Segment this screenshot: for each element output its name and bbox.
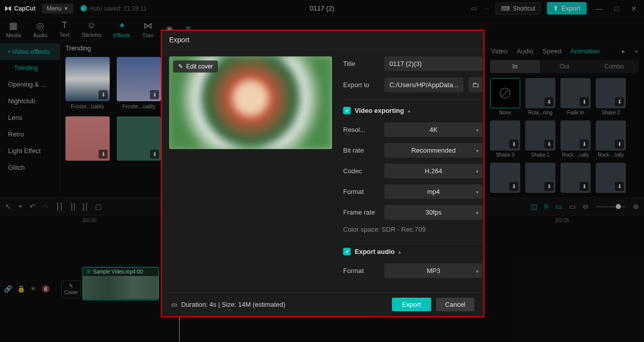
chevron-down-icon: ▾ [476,268,478,273]
cover-preview: ✎ Edit cover [169,56,332,149]
codec-label: Codec [343,167,379,175]
edit-cover-button[interactable]: ✎ Edit cover [173,60,218,73]
bitrate-select[interactable]: Recommended▾ [384,143,482,158]
exportto-label: Export to [343,81,379,89]
audioformat-select[interactable]: MP3▾ [384,263,482,278]
colorspace-text: Color space: SDR - Rec.709 [343,226,482,233]
pencil-icon: ✎ [178,63,183,70]
modal-footer: ▭ Duration: 4s | Size: 14M (estimated) E… [162,292,484,316]
checkbox-on-icon[interactable]: ✓ [343,107,351,114]
framerate-label: Frame rate [343,209,379,216]
resolution-label: Resol... [343,126,379,133]
export-confirm-button[interactable]: Export [392,298,431,311]
modal-body: ✎ Edit cover Title Export to C:/Users/HP… [162,49,484,292]
export-modal: Export ✎ Edit cover Title Export to C:/U… [161,30,485,317]
chevron-down-icon: ▾ [476,168,478,174]
chevron-down-icon: ▾ [476,210,478,215]
title-input[interactable] [384,56,482,71]
divider [343,99,482,100]
folder-icon: 🗀 [472,81,479,89]
audioformat-label: Format [343,267,379,275]
framerate-select[interactable]: 30fps▾ [384,205,482,220]
video-section-header[interactable]: ✓ Video exporting ▴ [343,107,482,114]
export-form: Title Export to C:/Users/HP/AppData... 🗀… [343,56,484,292]
chevron-down-icon: ▾ [476,148,478,153]
divider [343,240,482,241]
audio-section-header[interactable]: ✓ Export audio ▴ [343,248,482,255]
chevron-down-icon: ▾ [476,189,478,194]
modal-title: Export [162,31,484,49]
title-label: Title [343,60,379,67]
checkbox-on-icon[interactable]: ✓ [343,248,351,255]
exportto-path: C:/Users/HP/AppData... [384,78,463,92]
format-label: Format [343,188,379,195]
format-select[interactable]: mp4▾ [384,184,482,199]
browse-folder-button[interactable]: 🗀 [468,77,482,92]
cancel-button[interactable]: Cancel [436,298,474,311]
resolution-select[interactable]: 4K▾ [384,122,482,137]
codec-select[interactable]: H.264▾ [384,164,482,178]
collapse-icon: ▴ [398,249,401,254]
bitrate-label: Bit rate [343,147,379,154]
duration-info: ▭ Duration: 4s | Size: 14M (estimated) [171,301,285,308]
chevron-down-icon: ▾ [476,127,478,132]
collapse-icon: ▴ [408,108,411,113]
film-icon: ▭ [171,301,177,308]
